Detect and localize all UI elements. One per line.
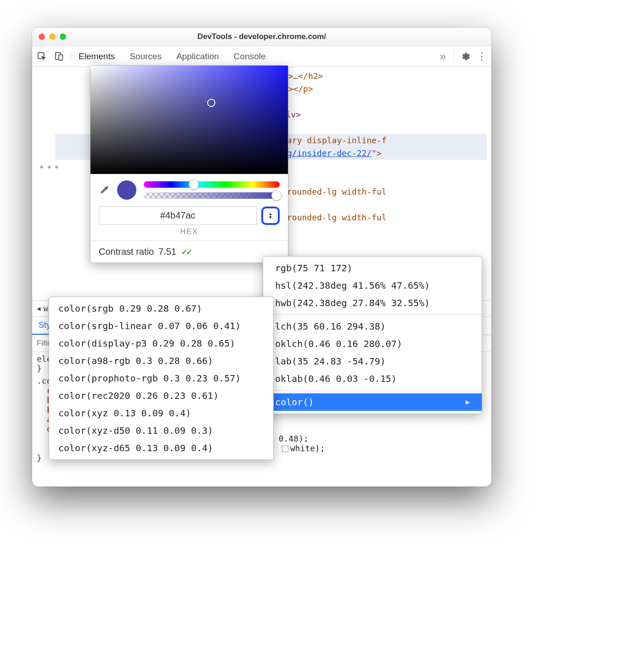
kebab-icon[interactable]: ⋮: [477, 50, 487, 62]
color-func-submenu: color(srgb 0.29 0.28 0.67) color(srgb-li…: [49, 297, 274, 460]
spectrum-cursor[interactable]: [207, 99, 215, 107]
color-picker: ▲ ▼ HEX Contrast ratio 7.51 ✓✓: [90, 65, 288, 263]
submenu-item[interactable]: color(rec2020 0.26 0.23 0.61): [49, 387, 273, 404]
slider-knob[interactable]: [271, 190, 282, 201]
menu-item-color-func[interactable]: color() ▶: [263, 393, 482, 411]
gear-icon[interactable]: [460, 51, 470, 62]
format-stepper[interactable]: ▲ ▼: [261, 207, 280, 225]
tab-elements[interactable]: Elements: [78, 47, 116, 66]
submenu-item[interactable]: color(prophoto-rgb 0.3 0.23 0.57): [49, 370, 273, 387]
spectrum-canvas[interactable]: [90, 66, 288, 174]
menu-label: color(): [275, 397, 314, 408]
menu-item[interactable]: hsl(242.38deg 41.56% 47.65%): [263, 277, 482, 294]
submenu-item[interactable]: color(a98-rgb 0.3 0.28 0.66): [49, 352, 273, 370]
more-tabs-icon[interactable]: »: [436, 50, 450, 63]
css-value: white);: [290, 443, 325, 453]
menu-item[interactable]: lch(35 60.16 294.38): [263, 318, 482, 335]
minimize-icon[interactable]: [49, 34, 56, 40]
check-icon: ✓✓: [181, 247, 191, 257]
contrast-label: Contrast ratio: [99, 246, 154, 257]
tab-console[interactable]: Console: [233, 47, 267, 66]
device-icon[interactable]: [54, 51, 64, 62]
format-label: HEX: [90, 228, 288, 241]
submenu-item[interactable]: color(xyz-d65 0.13 0.09 0.4): [49, 439, 273, 457]
eyedropper-icon[interactable]: [99, 185, 110, 196]
contrast-row[interactable]: Contrast ratio 7.51 ✓✓: [90, 241, 288, 263]
menu-item[interactable]: oklab(0.46 0.03 -0.15): [263, 370, 482, 387]
format-menu: rgb(75 71 172) hsl(242.38deg 41.56% 47.6…: [263, 256, 482, 414]
toolbar: Elements Sources Application Console » ⋮: [32, 46, 491, 67]
selection-dots-icon: •••: [39, 162, 61, 173]
color-swatch-icon[interactable]: [282, 446, 288, 452]
menu-item[interactable]: oklch(0.46 0.16 280.07): [263, 335, 482, 353]
menu-item[interactable]: hwb(242.38deg 27.84% 32.55%): [263, 294, 482, 312]
hex-input[interactable]: [99, 206, 257, 225]
submenu-item[interactable]: color(srgb-linear 0.07 0.06 0.41): [49, 317, 273, 335]
submenu-item[interactable]: color(srgb 0.29 0.28 0.67): [49, 300, 273, 317]
close-icon[interactable]: [39, 34, 45, 40]
chevron-left-icon[interactable]: ◀: [37, 305, 40, 312]
submenu-item[interactable]: color(xyz-d50 0.11 0.09 0.3): [49, 422, 273, 439]
chevron-right-icon: ▶: [466, 398, 470, 406]
menu-item[interactable]: lab(35 24.83 -54.79): [263, 353, 482, 370]
submenu-item[interactable]: color(xyz 0.13 0.09 0.4): [49, 404, 273, 422]
inspect-icon[interactable]: [37, 51, 47, 62]
window-controls: [39, 34, 66, 40]
content-area: -h3-card">…</h2> -caption"></p> </div> r…: [32, 67, 491, 487]
window-title: DevTools - developer.chrome.com/: [32, 32, 491, 41]
tab-sources[interactable]: Sources: [129, 47, 163, 66]
devtools-window: DevTools - developer.chrome.com/ Element…: [32, 28, 491, 487]
titlebar: DevTools - developer.chrome.com/: [32, 28, 491, 46]
submenu-item[interactable]: color(display-p3 0.29 0.28 0.65): [49, 335, 273, 352]
panel-tabs: Elements Sources Application Console: [78, 47, 436, 66]
current-color-swatch: [117, 180, 136, 200]
slider-knob[interactable]: [189, 179, 199, 190]
hue-slider[interactable]: [144, 181, 280, 188]
svg-rect-2: [59, 55, 62, 60]
zoom-icon[interactable]: [60, 34, 66, 40]
chevron-down-icon: ▼: [268, 216, 273, 219]
contrast-value: 7.51: [158, 246, 176, 257]
menu-item[interactable]: rgb(75 71 172): [263, 259, 482, 277]
alpha-slider[interactable]: [144, 192, 280, 199]
tab-application[interactable]: Application: [175, 47, 220, 66]
